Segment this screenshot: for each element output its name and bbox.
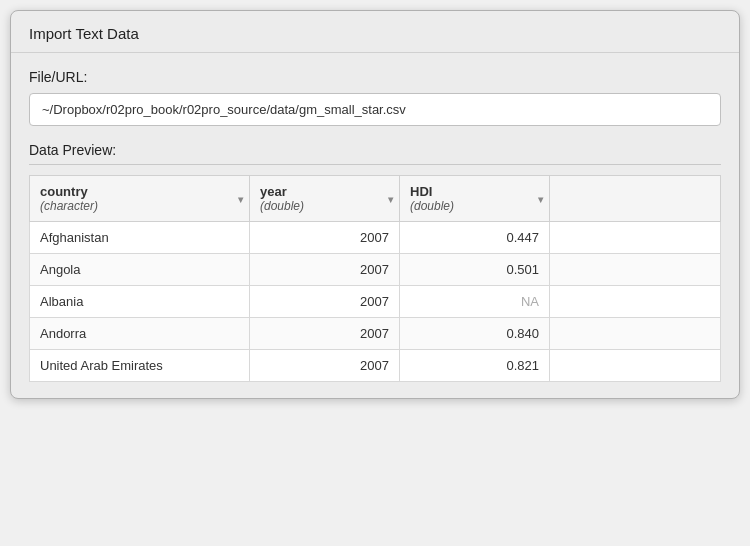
- col-filter-icon-year[interactable]: ▾: [388, 193, 393, 204]
- cell-country: Afghanistan: [30, 222, 250, 254]
- col-name-country: country: [40, 184, 88, 199]
- cell-extra: [550, 222, 721, 254]
- col-name-year: year: [260, 184, 287, 199]
- cell-hdi: 0.447: [400, 222, 550, 254]
- table-row: Andorra20070.840: [30, 318, 721, 350]
- cell-extra: [550, 318, 721, 350]
- table-row: Angola20070.501: [30, 254, 721, 286]
- col-header-country[interactable]: country (character) ▾: [30, 176, 250, 222]
- cell-hdi: 0.840: [400, 318, 550, 350]
- cell-country: United Arab Emirates: [30, 350, 250, 382]
- cell-year: 2007: [250, 254, 400, 286]
- table-row: Albania2007NA: [30, 286, 721, 318]
- file-url-field[interactable]: ~/Dropbox/r02pro_book/r02pro_source/data…: [29, 93, 721, 126]
- table-header: country (character) ▾ year (double) ▾ HD…: [30, 176, 721, 222]
- table-row: Afghanistan20070.447: [30, 222, 721, 254]
- cell-year: 2007: [250, 222, 400, 254]
- col-header-hdi[interactable]: HDI (double) ▾: [400, 176, 550, 222]
- table-row: United Arab Emirates20070.821: [30, 350, 721, 382]
- col-type-hdi: (double): [410, 199, 539, 213]
- cell-hdi: 0.501: [400, 254, 550, 286]
- cell-country: Albania: [30, 286, 250, 318]
- cell-country: Andorra: [30, 318, 250, 350]
- dialog-title: Import Text Data: [11, 11, 739, 53]
- col-header-year[interactable]: year (double) ▾: [250, 176, 400, 222]
- col-name-hdi: HDI: [410, 184, 432, 199]
- col-type-year: (double): [260, 199, 389, 213]
- col-filter-icon-hdi[interactable]: ▾: [538, 193, 543, 204]
- cell-country: Angola: [30, 254, 250, 286]
- cell-year: 2007: [250, 318, 400, 350]
- cell-year: 2007: [250, 286, 400, 318]
- preview-label: Data Preview:: [29, 142, 721, 165]
- import-dialog: Import Text Data File/URL: ~/Dropbox/r02…: [10, 10, 740, 399]
- col-filter-icon-country[interactable]: ▾: [238, 193, 243, 204]
- data-preview-table: country (character) ▾ year (double) ▾ HD…: [29, 175, 721, 382]
- col-type-country: (character): [40, 199, 239, 213]
- cell-hdi: NA: [400, 286, 550, 318]
- col-header-extra: [550, 176, 721, 222]
- cell-extra: [550, 286, 721, 318]
- table-body: Afghanistan20070.447Angola20070.501Alban…: [30, 222, 721, 382]
- cell-extra: [550, 350, 721, 382]
- file-label: File/URL:: [29, 69, 721, 85]
- cell-year: 2007: [250, 350, 400, 382]
- cell-extra: [550, 254, 721, 286]
- cell-hdi: 0.821: [400, 350, 550, 382]
- dialog-body: File/URL: ~/Dropbox/r02pro_book/r02pro_s…: [11, 53, 739, 398]
